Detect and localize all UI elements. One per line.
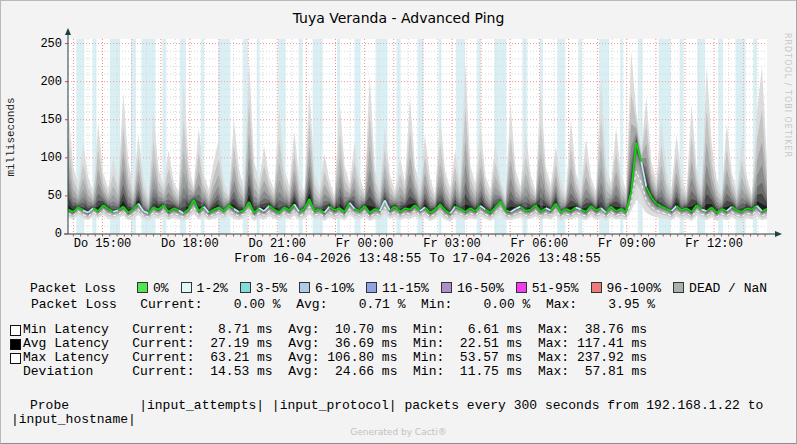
x-axis-tick-label: Do 15:00 (68, 238, 138, 250)
x-axis-tick-label: Fr 00:00 (330, 238, 400, 250)
packet-loss-class-items: 0%1-2%3-5%6-10%11-15%16-50%51-95%96-100%… (137, 281, 779, 296)
min-latency-swatch (10, 325, 21, 336)
y-axis-tick-label: 200 (20, 76, 62, 88)
x-axis-tick-label: Do 18:00 (155, 238, 225, 250)
y-axis-tick-label: 100 (20, 152, 62, 164)
legend-stat-row: Deviation Current: 14.53 ms Avg: 24.66 m… (1, 365, 797, 379)
packet-loss-class-swatch (137, 282, 148, 293)
legend-stat-row: Packet Loss Current: 0.00 % Avg: 0.71 % … (1, 298, 797, 312)
x-axis-tick-label: Fr 09:00 (592, 238, 662, 250)
packet-loss-class-label: DEAD / NaN (689, 281, 767, 296)
packet-loss-class-item: 0% (137, 282, 169, 296)
packet-loss-class-item: 96-100% (591, 282, 662, 296)
packet-loss-class-label: 1-2% (197, 281, 228, 296)
legend-stat-text: Avg Latency Current: 27.19 ms Avg: 36.69… (23, 337, 647, 351)
y-axis-tick-label: 250 (20, 38, 62, 50)
cacti-footer: Generated by Cacti® (1, 427, 796, 437)
packet-loss-class-label: 11-15% (382, 281, 429, 296)
graph-title: Tuya Veranda - Advanced Ping (1, 10, 796, 26)
packet-loss-class-item: 11-15% (366, 282, 429, 296)
packet-loss-class-item: 51-95% (516, 282, 579, 296)
packet-loss-class-swatch (299, 282, 310, 293)
packet-loss-class-item: DEAD / NaN (673, 282, 767, 296)
rrdtool-graph-panel: Tuya Veranda - Advanced Ping RRDTOOL / T… (0, 0, 797, 444)
avg-latency-swatch (10, 339, 21, 350)
legend-stat-row: Max Latency Current: 63.21 ms Avg: 106.8… (1, 351, 797, 365)
legend-stat-row: Min Latency Current: 8.71 ms Avg: 10.70 … (1, 323, 797, 337)
packet-loss-class-swatch (673, 282, 684, 293)
y-axis-tick-label: 0 (20, 228, 62, 240)
packet-loss-class-item: 6-10% (299, 282, 354, 296)
legend-stat-text: Max Latency Current: 63.21 ms Avg: 106.8… (23, 351, 647, 365)
max-latency-swatch (10, 353, 21, 364)
y-axis-label: milliseconds (5, 92, 19, 182)
x-axis-tick-label: Fr 03:00 (417, 238, 487, 250)
legend-stat-text: Deviation Current: 14.53 ms Avg: 24.66 m… (23, 365, 647, 379)
y-axis-tick-label: 150 (20, 114, 62, 126)
packet-loss-class-swatch (181, 282, 192, 293)
packet-loss-class-label: 3-5% (256, 281, 287, 296)
packet-loss-class-label: 0% (153, 281, 169, 296)
x-axis-tick-label: Fr 06:00 (504, 238, 574, 250)
packet-loss-class-legend: Packet Loss0%1-2%3-5%6-10%11-15%16-50%51… (30, 282, 779, 296)
packet-loss-class-swatch (240, 282, 251, 293)
packet-loss-class-label: 16-50% (457, 281, 504, 296)
packet-loss-class-label: 96-100% (607, 281, 662, 296)
packet-loss-class-label: 51-95% (532, 281, 579, 296)
probe-comment-line1: Probe |input_attempts| |input_protocol| … (30, 399, 763, 413)
ping-latency-chart (61, 27, 785, 238)
packet-loss-class-swatch (366, 282, 377, 293)
x-axis-tick-label: Fr 12:00 (679, 238, 749, 250)
packet-loss-class-item: 16-50% (441, 282, 504, 296)
time-range-caption: From 16-04-2026 13:48:55 To 17-04-2026 1… (68, 252, 767, 265)
packet-loss-class-item: 1-2% (181, 282, 228, 296)
x-axis-tick-label: Do 21:00 (242, 238, 312, 250)
packet-loss-legend-label: Packet Loss (30, 282, 137, 296)
probe-comment-line2: |input_hostname| (11, 413, 136, 427)
legend-stat-text: Min Latency Current: 8.71 ms Avg: 10.70 … (23, 323, 647, 337)
packet-loss-class-label: 6-10% (315, 281, 354, 296)
packet-loss-class-swatch (591, 282, 602, 293)
legend-stat-text: Packet Loss Current: 0.00 % Avg: 0.71 % … (31, 298, 655, 312)
y-axis-tick-label: 50 (20, 190, 62, 202)
packet-loss-class-item: 3-5% (240, 282, 287, 296)
packet-loss-class-swatch (441, 282, 452, 293)
packet-loss-class-swatch (516, 282, 527, 293)
legend-stat-row: Avg Latency Current: 27.19 ms Avg: 36.69… (1, 337, 797, 351)
